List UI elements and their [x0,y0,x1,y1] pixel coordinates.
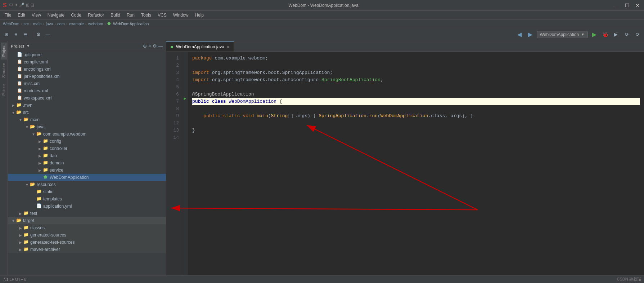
navigate-back-button[interactable]: ◀ [515,30,524,39]
navigate-forward-button[interactable]: ▶ [526,30,535,39]
editor-tab-webdomapp[interactable]: WebDomApplication.java ✕ [166,41,234,52]
tree-item-domain[interactable]: ▶ 📁 domain [8,159,166,167]
run-line-arrow[interactable]: ▶ [182,95,188,102]
sidebar-sort-icon[interactable]: ≡ [148,43,151,49]
line-num-4: 4 [166,76,179,84]
toolbar-icon-2[interactable]: ≡ [12,30,20,39]
maximize-button[interactable]: ☐ [623,3,631,8]
menu-item-code[interactable]: Code [68,12,84,18]
breadcrumb-item-src[interactable]: src [23,22,29,26]
breadcrumb-item-com[interactable]: com [57,22,65,26]
tree-item-static[interactable]: 📁 static [8,188,166,195]
sidebar-scope-icon[interactable]: ⊕ [143,43,147,49]
tree-item-gitignore[interactable]: 📄 .gitignore [8,51,166,58]
tree-label-encodings: encodings.xml [24,67,166,72]
tree-item-appyml[interactable]: 📄 application.yml [8,203,166,210]
coverage-button[interactable]: ▶̈ [612,30,620,39]
toolbar-icon-3[interactable]: ≣ [21,30,30,39]
tree-item-pkg[interactable]: ▼ 📂 com.example.webdom [8,131,166,138]
vtab-structure[interactable]: Structure [1,60,7,81]
toolbar-minimize-icon[interactable]: — [44,30,52,39]
tree-item-maven-archiver[interactable]: ▶ 📁 maven-archiver [8,246,166,253]
tree-item-src[interactable]: ▼ 📂 src [8,109,166,116]
tree-item-target[interactable]: ▼ 📂 target [8,217,166,224]
code-content[interactable]: package com.example.webdom; import org.s… [188,52,644,283]
tree-label-src: src [23,110,166,115]
tree-item-config[interactable]: ▶ 📁 config [8,138,166,145]
vtab-project[interactable]: Project [1,43,7,59]
tree-item-jarrepos[interactable]: 📋 jarRepositories.xml [8,73,166,80]
tree-item-templates[interactable]: 📁 templates [8,195,166,203]
breadcrumb-item-java[interactable]: java [46,22,53,26]
extra-button[interactable]: ⟳ [633,30,642,39]
tree-item-controller[interactable]: ▶ 📁 controller [8,145,166,152]
gutter-12 [182,117,188,124]
tree-item-modules[interactable]: 📋 modules.xml [8,87,166,94]
tree-label-webdomapp: WebDomApplication [50,175,166,180]
java-folder-icon: 📂 [30,124,35,130]
main-layout: Project Structure Picture Project ▼ ⊕ ≡ … [0,41,644,283]
menu-item-build[interactable]: Build [108,12,123,18]
menu-item-vcs[interactable]: VCS [155,12,170,18]
vtab-picture[interactable]: Picture [1,81,7,98]
debug-button[interactable]: 🐞 [601,30,609,39]
breadcrumb-item-example[interactable]: example [69,22,84,26]
code-line-3: import org.springframework.boot.SpringAp… [192,69,640,76]
toolbar-settings-icon[interactable]: ⚙ [34,30,43,39]
tab-label: WebDomApplication.java [176,44,224,49]
menu-item-edit[interactable]: Edit [15,12,28,18]
tree-item-webdomapp[interactable]: ⬟ WebDomApplication [8,174,166,181]
line-num-8: 8 [166,105,179,112]
tree-item-gen-sources[interactable]: ▶ 📁 generated-sources [8,231,166,239]
tree-item-java[interactable]: ▼ 📂 java [8,123,166,131]
tree-item-resources[interactable]: ▼ 📂 resources [8,181,166,188]
tree-item-misc[interactable]: 📋 misc.xml [8,80,166,87]
tree-item-encodings[interactable]: 📋 encodings.xml [8,66,166,73]
breadcrumb-item-main[interactable]: main [33,22,42,26]
close-button[interactable]: ✕ [634,3,641,8]
tree-item-service[interactable]: ▶ 📁 service [8,167,166,174]
menu-item-window[interactable]: Window [170,12,192,18]
tree-item-classes[interactable]: ▶ 📁 classes [8,224,166,231]
tree-item-workspace[interactable]: 📋 workspace.xml [8,94,166,102]
menu-item-run[interactable]: Run [124,12,138,18]
breadcrumb-item-appclass[interactable]: WebDomApplication [113,22,149,26]
menu-item-view[interactable]: View [29,12,44,18]
tree-label-jarrepos: jarRepositories.xml [24,74,166,79]
toolbar-icon-1[interactable]: ⊕ [2,30,11,39]
tab-close-button[interactable]: ✕ [226,45,229,49]
breadcrumb-item-webdom[interactable]: WebDom [3,22,19,26]
menu-item-file[interactable]: File [1,12,14,18]
gutter-1 [182,52,188,59]
project-sidebar: Project ▼ ⊕ ≡ ⚙ — 📄 .gitignore 📋 compile… [8,41,166,283]
minimize-button[interactable]: — [613,3,621,8]
encodings-xml-icon: 📋 [17,66,22,72]
tree-label-templates: templates [43,196,166,202]
tree-item-gen-test-sources[interactable]: ▶ 📁 generated-test-sources [8,239,166,246]
menu-item-tools[interactable]: Tools [138,12,154,18]
sidebar-options-icon[interactable]: ⚙ [153,43,157,49]
gutter: ▶ [182,52,188,283]
tree-item-test[interactable]: ▶ 📁 test [8,210,166,217]
more-run-button[interactable]: ⟳ [622,30,631,39]
tree-item-compiler[interactable]: 📋 compiler.xml [8,58,166,66]
run-config-selector[interactable]: WebDomApplication ▼ [537,31,588,38]
tree-item-mvn[interactable]: ▶ 📁 .mvn [8,102,166,109]
title-bar: S 中 ✦ 🎤 ⊞ ⊟ WebDom - WebDomApplication.j… [0,0,644,11]
sidebar-dropdown-icon[interactable]: ▼ [26,44,30,48]
menu-item-help[interactable]: Help [192,12,207,18]
tree-label-appyml: application.yml [43,204,166,209]
controller-arrow: ▶ [37,147,42,151]
tree-item-main[interactable]: ▼ 📂 main [8,116,166,123]
tree-label-config: config [50,139,166,144]
sidebar-hide-icon[interactable]: — [158,43,163,49]
tree-item-dao[interactable]: ▶ 📁 dao [8,152,166,159]
domain-folder-icon: 📁 [42,160,48,166]
menu-item-refactor[interactable]: Refactor [85,12,107,18]
line-num-14: 14 [166,134,179,141]
sidebar-tree: 📄 .gitignore 📋 compiler.xml 📋 encodings.… [8,51,166,283]
svg-line-3 [188,208,478,210]
breadcrumb-item-webdom2[interactable]: webdom [88,22,103,26]
menu-item-navigate[interactable]: Navigate [45,12,67,18]
run-button[interactable]: ▶ [590,30,599,39]
